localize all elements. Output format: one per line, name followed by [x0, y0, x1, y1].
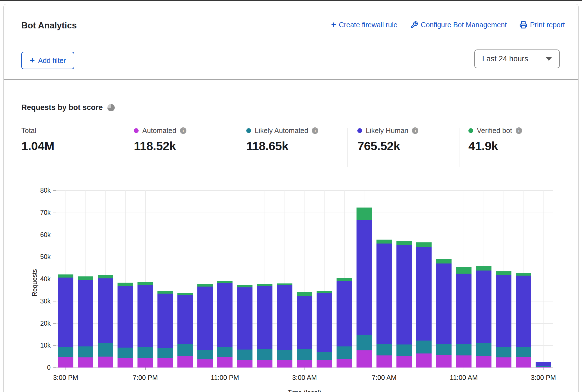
bar-segment-automated[interactable] [177, 356, 193, 368]
bar-segment-likely-human[interactable] [98, 278, 113, 343]
bar-segment-verified-bot[interactable] [118, 283, 133, 286]
bar-segment-likely-automated[interactable] [476, 343, 491, 356]
chart-bar[interactable] [58, 274, 73, 368]
bar-segment-automated[interactable] [78, 357, 93, 368]
bar-segment-automated[interactable] [237, 360, 252, 368]
bar-segment-likely-human[interactable] [157, 294, 173, 348]
bar-segment-verified-bot[interactable] [237, 285, 252, 287]
chart-bar[interactable] [118, 283, 133, 368]
add-filter-button[interactable]: + Add filter [21, 52, 74, 69]
bar-segment-verified-bot[interactable] [137, 282, 153, 285]
bar-segment-likely-human[interactable] [177, 295, 193, 344]
bar-segment-verified-bot[interactable] [317, 291, 332, 293]
chart-bar[interactable] [376, 240, 392, 368]
bar-segment-likely-human[interactable] [137, 285, 153, 347]
bar-segment-likely-automated[interactable] [456, 344, 472, 356]
bar-segment-verified-bot[interactable] [357, 208, 372, 220]
bar-segment-likely-human[interactable] [357, 220, 372, 335]
bar-segment-likely-automated[interactable] [317, 352, 332, 360]
time-range-dropdown[interactable]: Last 24 hours [474, 49, 560, 68]
bar-segment-likely-automated[interactable] [197, 350, 213, 359]
bar-segment-likely-human[interactable] [436, 263, 452, 344]
chart-bar[interactable] [237, 285, 252, 368]
bar-segment-verified-bot[interactable] [197, 284, 213, 287]
chart-bar[interactable] [277, 283, 292, 368]
bar-segment-likely-human[interactable] [376, 244, 392, 344]
chart-bar[interactable] [157, 291, 173, 368]
bar-segment-verified-bot[interactable] [456, 267, 472, 274]
bar-segment-likely-human[interactable] [317, 293, 332, 352]
bar-segment-automated[interactable] [317, 360, 332, 368]
bar-segment-automated[interactable] [118, 358, 133, 368]
bar-segment-likely-automated[interactable] [496, 347, 511, 357]
chart-bar[interactable] [357, 208, 372, 368]
chart-bar[interactable] [297, 292, 312, 368]
bar-segment-automated[interactable] [137, 358, 153, 368]
print-report-link[interactable]: Print report [520, 21, 565, 29]
bar-segment-verified-bot[interactable] [376, 240, 392, 244]
bar-segment-likely-human[interactable] [217, 283, 233, 347]
chart-bar[interactable] [257, 284, 272, 368]
bar-segment-likely-human[interactable] [58, 278, 73, 347]
bar-segment-likely-automated[interactable] [396, 344, 412, 356]
info-icon[interactable]: i [516, 127, 522, 134]
chart-bar[interactable] [536, 362, 551, 368]
bar-segment-likely-automated[interactable] [416, 341, 432, 353]
bar-segment-likely-human[interactable] [197, 287, 213, 350]
bar-segment-likely-human[interactable] [476, 271, 491, 343]
bar-segment-likely-automated[interactable] [98, 343, 113, 356]
chart-bar[interactable] [396, 241, 412, 368]
bar-segment-likely-automated[interactable] [118, 348, 133, 358]
bar-segment-verified-bot[interactable] [416, 242, 432, 247]
chart-bar[interactable] [416, 242, 432, 368]
bar-segment-likely-human[interactable] [416, 247, 432, 341]
bar-segment-automated[interactable] [257, 360, 272, 368]
bar-segment-verified-bot[interactable] [396, 241, 412, 245]
bar-segment-likely-human[interactable] [277, 285, 292, 350]
info-icon[interactable]: i [412, 127, 418, 134]
bar-segment-likely-human[interactable] [496, 275, 511, 347]
bar-segment-likely-automated[interactable] [436, 344, 452, 355]
bar-segment-likely-human[interactable] [337, 281, 352, 346]
bar-segment-verified-bot[interactable] [297, 292, 312, 296]
bar-segment-automated[interactable] [277, 360, 292, 368]
bar-segment-verified-bot[interactable] [157, 291, 173, 294]
bar-segment-likely-automated[interactable] [78, 346, 93, 357]
create-firewall-rule-link[interactable]: + Create firewall rule [331, 21, 398, 29]
bar-segment-automated[interactable] [98, 357, 113, 368]
bar-segment-likely-automated[interactable] [357, 335, 372, 350]
bar-segment-automated[interactable] [297, 360, 312, 368]
chart-bar[interactable] [137, 282, 153, 368]
bar-segment-likely-automated[interactable] [157, 348, 173, 358]
bar-segment-automated[interactable] [157, 358, 173, 368]
bar-segment-verified-bot[interactable] [78, 276, 93, 280]
chart-bar[interactable] [456, 267, 472, 368]
bar-segment-verified-bot[interactable] [337, 278, 352, 281]
bar-segment-likely-automated[interactable] [516, 347, 531, 357]
bar-segment-likely-human[interactable] [536, 362, 551, 366]
bar-segment-likely-human[interactable] [396, 245, 412, 345]
bar-segment-likely-automated[interactable] [376, 344, 392, 355]
bar-segment-likely-automated[interactable] [58, 347, 73, 357]
bar-segment-automated[interactable] [476, 356, 491, 368]
bar-segment-automated[interactable] [217, 357, 233, 368]
bar-segment-likely-automated[interactable] [277, 350, 292, 360]
bar-segment-verified-bot[interactable] [496, 271, 511, 275]
configure-bot-management-link[interactable]: Configure Bot Management [410, 21, 507, 29]
chart-bar[interactable] [197, 284, 213, 368]
bar-segment-verified-bot[interactable] [217, 281, 233, 283]
bar-segment-verified-bot[interactable] [58, 274, 73, 278]
chart-bar[interactable] [177, 293, 193, 368]
chart-bar[interactable] [98, 275, 113, 368]
bar-segment-likely-automated[interactable] [217, 347, 233, 357]
bar-segment-likely-automated[interactable] [177, 344, 193, 356]
bar-segment-likely-automated[interactable] [237, 350, 252, 359]
chart-bar[interactable] [476, 266, 491, 368]
bar-segment-automated[interactable] [456, 355, 472, 368]
chart-bar[interactable] [317, 291, 332, 368]
bar-segment-likely-human[interactable] [257, 286, 272, 349]
bar-segment-verified-bot[interactable] [436, 259, 452, 263]
bar-segment-verified-bot[interactable] [516, 273, 531, 276]
bar-segment-likely-human[interactable] [237, 287, 252, 350]
chart-bar[interactable] [78, 276, 93, 368]
